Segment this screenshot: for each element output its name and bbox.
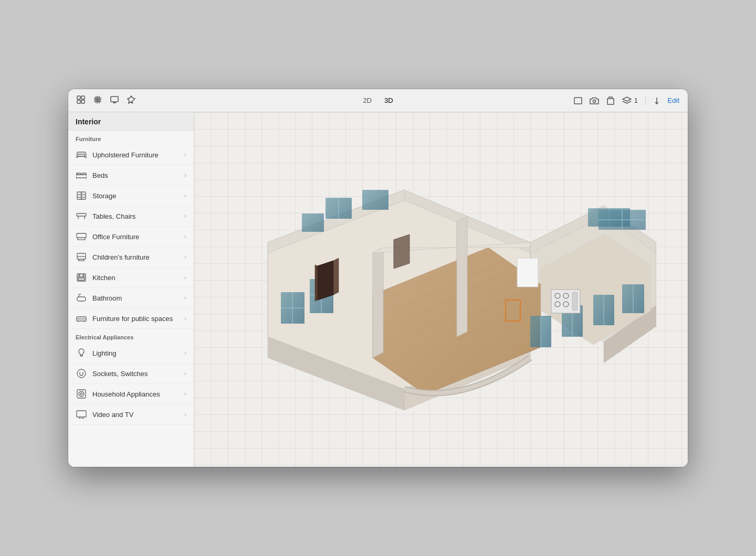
storage-label: Storage bbox=[92, 192, 184, 200]
svg-rect-103 bbox=[362, 190, 388, 210]
bulb-icon bbox=[76, 347, 87, 359]
sidebar-item-appliances[interactable]: Household Appliances › bbox=[68, 384, 194, 404]
svg-point-63 bbox=[80, 393, 82, 395]
svg-marker-108 bbox=[333, 258, 339, 295]
svg-point-46 bbox=[79, 275, 80, 276]
sidebar: Interior Furniture Upholstered Furniture… bbox=[68, 112, 194, 467]
bed-icon bbox=[76, 169, 87, 181]
pin-icon[interactable] bbox=[127, 95, 135, 106]
monitor-icon[interactable] bbox=[110, 95, 119, 106]
view-3d-button[interactable]: 3D bbox=[379, 95, 398, 106]
svg-rect-13 bbox=[574, 98, 582, 104]
svg-rect-115 bbox=[572, 292, 578, 311]
chevron-icon: › bbox=[184, 212, 186, 220]
office-label: Office Furniture bbox=[92, 233, 184, 241]
floor-plan-svg bbox=[226, 137, 656, 442]
fullscreen-icon[interactable] bbox=[574, 97, 582, 104]
svg-point-47 bbox=[83, 275, 85, 276]
chevron-icon: › bbox=[184, 192, 186, 199]
appliance-icon bbox=[76, 388, 87, 400]
floor-plan-container bbox=[194, 112, 688, 467]
svg-marker-83 bbox=[457, 216, 467, 337]
toolbar-left bbox=[77, 95, 568, 106]
svg-marker-106 bbox=[318, 261, 333, 300]
view-toggle: 2D 3D bbox=[358, 95, 398, 106]
svg-rect-1 bbox=[81, 96, 85, 99]
sidebar-item-public[interactable]: Furniture for public spaces › bbox=[68, 308, 194, 329]
view-2d-button[interactable]: 2D bbox=[358, 95, 377, 106]
main-content: Interior Furniture Upholstered Furniture… bbox=[68, 112, 688, 467]
appliances-label: Household Appliances bbox=[92, 390, 184, 398]
svg-marker-81 bbox=[373, 248, 383, 358]
sidebar-item-lighting[interactable]: Lighting › bbox=[68, 343, 194, 363]
office-icon bbox=[76, 231, 87, 242]
tv-label: Video and TV bbox=[92, 411, 184, 419]
sidebar-item-office[interactable]: Office Furniture › bbox=[68, 227, 194, 247]
sidebar-item-tables[interactable]: Tables, Chairs › bbox=[68, 206, 194, 227]
svg-marker-107 bbox=[315, 265, 318, 301]
storage-icon bbox=[76, 190, 87, 201]
bathroom-icon bbox=[76, 292, 87, 304]
sidebar-item-bathroom[interactable]: Bathroom › bbox=[68, 288, 194, 308]
grid-icon[interactable] bbox=[93, 95, 102, 106]
chevron-icon: › bbox=[184, 390, 186, 398]
svg-point-58 bbox=[77, 369, 86, 378]
sidebar-item-tv[interactable]: Video and TV › bbox=[68, 404, 194, 425]
public-icon bbox=[76, 313, 87, 324]
public-label: Furniture for public spaces bbox=[92, 315, 184, 323]
sidebar-header-label: Interior bbox=[76, 117, 101, 126]
sidebar-item-upholstered[interactable]: Upholstered Furniture › bbox=[68, 145, 194, 165]
toolbar: 2D 3D bbox=[68, 89, 688, 112]
svg-point-62 bbox=[79, 391, 84, 397]
section-furniture-label: Furniture bbox=[68, 131, 194, 145]
sort-icon[interactable] bbox=[653, 97, 660, 104]
svg-rect-35 bbox=[77, 233, 86, 238]
building-icon[interactable] bbox=[606, 97, 615, 105]
chevron-icon: › bbox=[184, 274, 186, 281]
chevron-icon: › bbox=[184, 370, 186, 377]
layers-count: 1 bbox=[634, 97, 638, 104]
svg-rect-20 bbox=[76, 175, 87, 178]
svg-rect-15 bbox=[607, 99, 614, 104]
socket-icon bbox=[76, 368, 87, 379]
layers-icon[interactable]: 1 bbox=[622, 97, 638, 105]
bathroom-label: Bathroom bbox=[92, 294, 184, 302]
upholstered-label: Upholstered Furniture bbox=[92, 151, 184, 159]
chevron-icon: › bbox=[184, 233, 186, 240]
sockets-label: Sockets, Switches bbox=[92, 370, 184, 378]
sofa-icon bbox=[76, 149, 87, 161]
svg-rect-64 bbox=[77, 411, 86, 417]
camera-icon[interactable] bbox=[590, 97, 599, 104]
svg-rect-3 bbox=[81, 100, 85, 103]
sidebar-title: Interior bbox=[68, 112, 194, 131]
svg-rect-48 bbox=[78, 278, 85, 280]
svg-rect-19 bbox=[78, 154, 85, 156]
lighting-label: Lighting bbox=[92, 349, 184, 357]
sidebar-item-beds[interactable]: Beds › bbox=[68, 165, 194, 186]
children-label: Children's furniture bbox=[92, 253, 184, 261]
grid-2x2-icon[interactable] bbox=[77, 95, 85, 106]
app-window: 2D 3D bbox=[68, 89, 688, 467]
svg-rect-49 bbox=[77, 297, 86, 301]
tables-label: Tables, Chairs bbox=[92, 212, 184, 220]
svg-point-31 bbox=[81, 198, 82, 199]
svg-marker-109 bbox=[394, 234, 410, 269]
beds-label: Beds bbox=[92, 172, 184, 179]
section-electrical-label: Electrical Appliances bbox=[68, 329, 194, 343]
children-icon bbox=[76, 251, 87, 263]
svg-rect-10 bbox=[111, 97, 118, 102]
table-icon bbox=[76, 210, 87, 222]
sidebar-item-sockets[interactable]: Sockets, Switches › bbox=[68, 363, 194, 384]
kitchen-label: Kitchen bbox=[92, 274, 184, 282]
svg-rect-2 bbox=[77, 100, 80, 103]
chevron-icon: › bbox=[184, 253, 186, 261]
chevron-icon: › bbox=[184, 411, 186, 418]
view-3d-area[interactable] bbox=[194, 112, 688, 467]
svg-rect-22 bbox=[82, 173, 86, 175]
svg-point-30 bbox=[81, 196, 82, 197]
sidebar-item-kitchen[interactable]: Kitchen › bbox=[68, 268, 194, 288]
edit-button[interactable]: Edit bbox=[668, 97, 679, 104]
sidebar-item-storage[interactable]: Storage › bbox=[68, 186, 194, 206]
sidebar-item-children[interactable]: Children's furniture › bbox=[68, 247, 194, 268]
chevron-icon: › bbox=[184, 172, 186, 179]
